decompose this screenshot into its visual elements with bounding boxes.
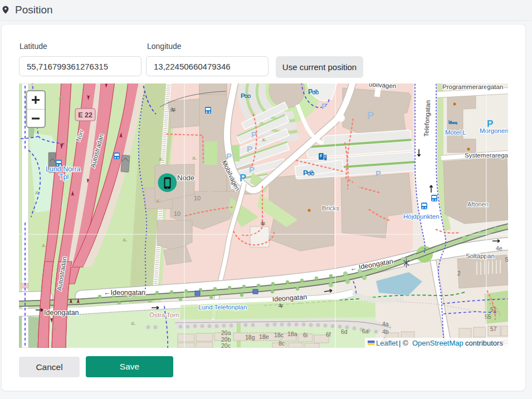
svg-text:18a: 18a <box>287 331 297 337</box>
svg-text:Lund Telefonplan: Lund Telefonplan <box>198 304 247 311</box>
svg-text:Aftonen: Aftonen <box>467 201 489 208</box>
svg-text:2: 2 <box>457 270 461 277</box>
svg-text:Programmeraregatan: Programmeraregatan <box>442 83 503 90</box>
svg-text:Höjdpunkten: Höjdpunkten <box>403 213 440 220</box>
svg-text:10: 10 <box>174 210 180 217</box>
svg-text:4e: 4e <box>496 245 502 252</box>
svg-text:| ©: | © <box>399 339 408 347</box>
svg-text:E 22: E 22 <box>78 111 92 119</box>
svg-text:6d: 6d <box>341 328 348 335</box>
svg-text:Morgonen: Morgonen <box>480 127 508 134</box>
svg-text:8c: 8c <box>279 340 285 347</box>
svg-text:P: P <box>249 165 255 174</box>
svg-text:18c: 18c <box>274 332 284 338</box>
svg-text:Bricks: Bricks <box>322 205 340 211</box>
svg-text:P: P <box>308 88 313 96</box>
svg-text:Leaflet: Leaflet <box>376 339 398 347</box>
svg-text:10: 10 <box>194 195 201 201</box>
svg-text:6i: 6i <box>303 332 308 338</box>
svg-text:57: 57 <box>490 326 497 332</box>
svg-text:Motel L: Motel L <box>445 129 466 136</box>
svg-text:4a: 4a <box>382 321 389 327</box>
svg-text:P: P <box>247 144 252 154</box>
svg-text:18e: 18e <box>259 333 269 340</box>
svg-text:20a: 20a <box>221 329 231 336</box>
svg-text:OpenStreetMap: OpenStreetMap <box>412 339 463 347</box>
svg-text:P: P <box>375 169 381 178</box>
svg-text:51: 51 <box>490 306 497 313</box>
svg-text:18g: 18g <box>245 334 255 341</box>
svg-text:P: P <box>367 110 374 121</box>
svg-text:P: P <box>251 130 257 139</box>
svg-text:Lund Norra: Lund Norra <box>46 165 81 173</box>
svg-text:55: 55 <box>485 313 491 320</box>
svg-text:Tpl: Tpl <box>59 173 69 181</box>
svg-text:contributors: contributors <box>465 339 503 347</box>
svg-text:Node: Node <box>177 174 194 182</box>
svg-text:6f: 6f <box>326 331 331 338</box>
svg-text:Östra Torn: Östra Torn <box>149 312 179 318</box>
svg-text:6a: 6a <box>362 328 369 334</box>
svg-text:←Ideongatan: ←Ideongatan <box>104 289 145 297</box>
svg-text:P: P <box>303 169 308 177</box>
svg-text:P: P <box>241 92 245 99</box>
svg-text:Soltäppan: Soltäppan <box>466 253 495 259</box>
svg-text:4b: 4b <box>382 328 389 335</box>
svg-text:S: S <box>505 256 508 263</box>
svg-text:Ideongatan: Ideongatan <box>44 309 79 317</box>
svg-text:P: P <box>240 173 246 184</box>
svg-text:P: P <box>321 102 326 111</box>
svg-text:20c: 20c <box>221 342 231 348</box>
